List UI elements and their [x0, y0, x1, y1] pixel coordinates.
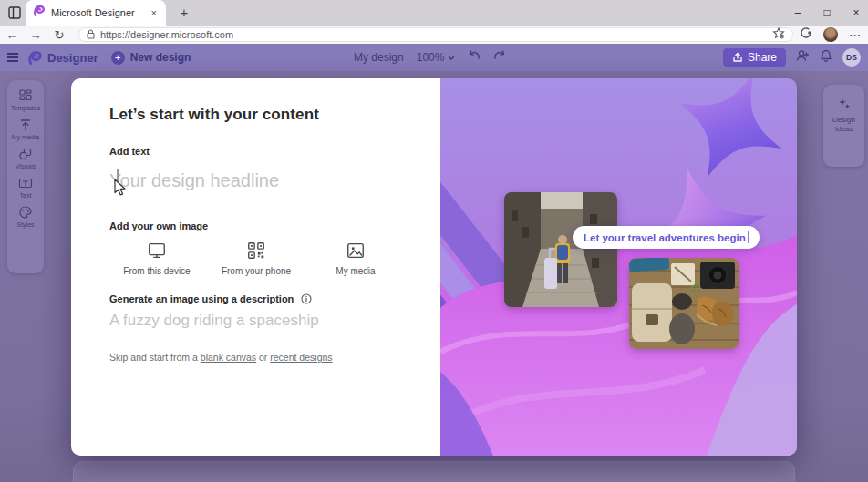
recent-designs-link[interactable]: recent designs — [270, 352, 332, 363]
caption-text: Let your travel adventures begin — [584, 232, 746, 243]
caption-caret — [748, 231, 749, 243]
add-image-label: Add your own image — [109, 220, 208, 231]
favorites-star-icon[interactable] — [772, 26, 785, 43]
upload-icon — [18, 118, 33, 132]
blank-canvas-link[interactable]: blank canvas — [201, 352, 256, 363]
sidebar-item-my-media[interactable]: My media — [7, 118, 44, 140]
headline-input[interactable] — [109, 166, 429, 195]
designer-toolbar: Designer + New design My design 100% — [0, 44, 868, 71]
info-icon[interactable] — [301, 293, 312, 304]
new-tab-button[interactable]: + — [175, 4, 193, 22]
travel-gear-photo[interactable] — [629, 258, 739, 349]
tab-strip: Microsoft Designer × + – □ × — [0, 0, 868, 26]
tab-favicon-designer-icon — [33, 5, 46, 21]
skip-or-text: or — [256, 352, 270, 363]
toolbar-left: Designer + New design — [7, 44, 200, 71]
forward-button[interactable]: → — [24, 28, 47, 42]
undo-button[interactable] — [468, 49, 480, 66]
zoom-dropdown[interactable]: 100% — [417, 51, 456, 64]
sidebar-item-visuals[interactable]: Visuals — [7, 147, 44, 169]
invite-people-icon[interactable] — [796, 49, 810, 66]
skip-text: Skip and start from a — [109, 352, 201, 363]
designer-wordmark: Designer — [47, 51, 98, 65]
start-content-dialog: Let’s start with your content Add text A… — [71, 78, 797, 456]
url-text: https://designer.microsoft.com — [100, 29, 767, 40]
refresh-button[interactable]: ↻ — [47, 28, 71, 42]
app-workspace: Templates My media Visuals Text Styles D — [0, 71, 868, 482]
mouse-cursor — [113, 179, 126, 200]
abstract-artwork — [440, 78, 797, 456]
document-title[interactable]: My design — [354, 51, 404, 64]
share-button[interactable]: Share — [723, 48, 786, 67]
plus-icon: + — [111, 51, 125, 65]
profile-avatar[interactable] — [823, 27, 838, 42]
close-button[interactable]: × — [850, 6, 863, 19]
skip-row: Skip and start from a blank canvas or re… — [109, 352, 333, 363]
navbar-right: ⋯ — [800, 26, 861, 44]
tab-title: Microsoft Designer — [51, 7, 144, 18]
sidebar-item-templates[interactable]: Templates — [7, 88, 44, 111]
sidebar-item-text[interactable]: Text — [7, 176, 44, 199]
upload-options: From this device From your phone My medi… — [109, 241, 403, 276]
workspaces-icon[interactable] — [8, 6, 21, 19]
chevron-down-icon — [448, 56, 455, 60]
image-icon — [346, 241, 366, 261]
menu-icon[interactable] — [7, 53, 18, 62]
dialog-preview-pane: Let your travel adventures begin — [440, 78, 797, 456]
browser-essentials-icon[interactable] — [800, 26, 812, 43]
address-bar[interactable]: https://designer.microsoft.com — [78, 27, 793, 42]
window-controls: – □ × — [791, 0, 863, 26]
browser-tab[interactable]: Microsoft Designer × — [26, 0, 166, 26]
dialog-form-pane: Let’s start with your content Add text A… — [71, 78, 440, 456]
toolbar-center: My design 100% — [354, 44, 506, 71]
caption-text-box[interactable]: Let your travel adventures begin — [573, 226, 760, 249]
option-from-phone[interactable]: From your phone — [209, 241, 304, 276]
canvas-background — [73, 461, 795, 482]
sidebar-item-styles[interactable]: Styles — [7, 205, 44, 228]
maximize-button[interactable]: □ — [821, 6, 833, 19]
browser-window: Microsoft Designer × + – □ × ← → ↻ https… — [0, 0, 868, 482]
new-design-button[interactable]: + New design — [108, 48, 201, 67]
generate-image-input[interactable] — [109, 308, 429, 333]
shapes-icon — [18, 147, 33, 161]
sparkles-icon — [837, 97, 852, 110]
back-button[interactable]: ← — [0, 28, 24, 42]
travel-street-photo[interactable] — [504, 192, 617, 307]
dialog-title: Let’s start with your content — [109, 106, 319, 124]
designer-logo[interactable]: Designer — [27, 50, 98, 66]
lock-icon — [87, 26, 95, 43]
notifications-bell-icon[interactable] — [820, 49, 832, 67]
generate-label-row: Generate an image using a description — [109, 293, 312, 304]
redo-button[interactable] — [493, 49, 506, 66]
templates-icon — [18, 88, 33, 103]
user-avatar[interactable]: DS — [842, 48, 861, 67]
option-from-device[interactable]: From this device — [109, 241, 204, 276]
tools-sidebar: Templates My media Visuals Text Styles — [7, 80, 44, 273]
monitor-icon — [147, 241, 167, 261]
qr-code-icon — [246, 241, 266, 261]
tab-close-icon[interactable]: × — [150, 7, 159, 18]
design-ideas-button[interactable]: Design Ideas — [823, 85, 864, 167]
browser-navbar: ← → ↻ https://designer.microsoft.com ⋯ — [0, 26, 868, 44]
option-my-media[interactable]: My media — [308, 241, 403, 276]
minimize-button[interactable]: – — [791, 6, 804, 19]
generate-label: Generate an image using a description — [109, 293, 294, 304]
share-icon — [732, 52, 743, 63]
palette-icon — [18, 205, 33, 220]
text-box-icon — [18, 176, 33, 190]
add-text-label: Add text — [109, 146, 150, 157]
browser-menu-icon[interactable]: ⋯ — [849, 28, 861, 42]
toolbar-right: Share DS — [723, 44, 861, 71]
